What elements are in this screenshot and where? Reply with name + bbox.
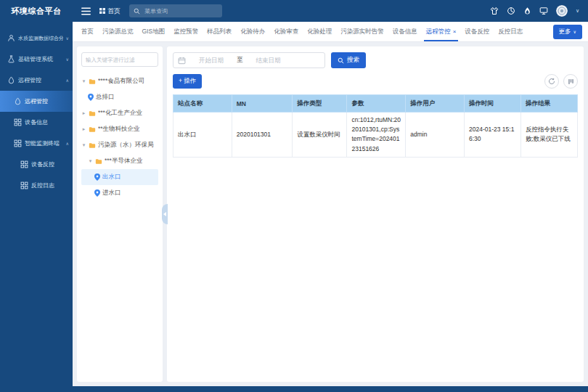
pie-chart-icon[interactable] <box>507 7 515 15</box>
menu-search-input[interactable] <box>143 7 218 15</box>
sidebar-item-remote-control[interactable]: 远程管控 <box>0 91 73 112</box>
tab-pollution-overview[interactable]: 污染源总览 <box>98 22 138 41</box>
chevron-down-icon: ∨ <box>66 36 69 41</box>
close-icon[interactable]: × <box>453 28 457 35</box>
caret-expanded-icon[interactable]: ▾ <box>81 142 86 148</box>
cell-params: cn:1012,rtuMN:2020101301,cp:SystemTime=2… <box>347 113 406 158</box>
tree-node-label: 污染源（水）环保局 <box>98 141 154 150</box>
table-tools <box>544 74 578 89</box>
folder-icon <box>89 78 96 85</box>
flame-icon[interactable] <box>523 7 531 15</box>
search-button[interactable]: 搜索 <box>331 52 366 68</box>
tree-node-chemical-company[interactable]: ▸ ***化工生产企业 <box>81 105 158 121</box>
location-pin-icon <box>94 173 100 181</box>
tab-device-reverse-control[interactable]: 设备反控 <box>460 22 494 41</box>
tree-node-main-outlet[interactable]: 总排口 <box>81 89 158 105</box>
cell-time: 2024-01-23 15:16:30 <box>464 113 520 158</box>
tab-realtime-alarm[interactable]: 污染源实时告警 <box>336 22 388 41</box>
sidebar-item-water-analysis[interactable]: 水质监测数据综合分析 ∨ <box>0 28 73 49</box>
monitor-icon[interactable] <box>539 7 548 15</box>
grid-icon <box>14 139 22 147</box>
site-tree-panel: ▾ ****食品有限公司 总排口 ▸ <box>77 46 163 382</box>
search-button-label: 搜索 <box>347 56 359 65</box>
col-header-site: 站点名称 <box>173 95 232 113</box>
sidebar-item-reverse-control-log[interactable]: 反控日志 <box>0 175 73 196</box>
sidebar-item-base-management[interactable]: 基础管理系统 ∨ <box>0 49 73 70</box>
caret-collapsed-icon[interactable]: ▸ <box>81 110 86 116</box>
avatar[interactable] <box>556 5 568 17</box>
date-range-picker[interactable]: 至 <box>173 52 325 68</box>
breadcrumb-home[interactable]: 首页 <box>99 7 121 16</box>
sidebar-menu: 水质监测数据综合分析 ∨ 基础管理系统 ∨ 远程管控 ∧ <box>0 22 73 196</box>
cell-result: 反控指令执行失败;数采仪已下线 <box>520 113 577 158</box>
column-settings-button[interactable] <box>563 74 578 89</box>
tab-home[interactable]: 首页 <box>77 22 98 41</box>
sidebar-item-device-reverse-control[interactable]: 设备反控 <box>0 154 73 175</box>
hamburger-menu-icon[interactable] <box>81 7 91 15</box>
chevron-down-icon[interactable]: ∨ <box>576 8 579 14</box>
site-tree: ▾ ****食品有限公司 总排口 ▸ <box>81 73 158 201</box>
chevron-up-icon: ∧ <box>66 78 69 83</box>
tree-filter-input[interactable] <box>81 52 158 67</box>
bottom-strip <box>73 386 588 392</box>
tree-node-label: 总排口 <box>96 93 115 102</box>
table-header-row: 站点名称 MN 操作类型 参数 操作用户 操作时间 操作结果 <box>173 95 578 113</box>
sidebar-item-smart-terminal[interactable]: 智能监测终端 ∧ <box>0 133 73 154</box>
cell-site: 出水口 <box>173 113 232 158</box>
date-range-separator: 至 <box>237 56 243 65</box>
caret-collapsed-icon[interactable]: ▸ <box>81 126 86 132</box>
tree-node-food-company[interactable]: ▾ ****食品有限公司 <box>81 73 158 89</box>
folder-icon <box>95 158 102 165</box>
col-header-user: 操作用户 <box>406 95 465 113</box>
caret-expanded-icon[interactable]: ▾ <box>88 158 93 164</box>
tab-lab-review[interactable]: 化验审查 <box>269 22 303 41</box>
more-tabs-button[interactable]: 更多 ∨ <box>553 25 582 39</box>
sidebar-item-label: 远程管控 <box>18 76 63 84</box>
col-header-params: 参数 <box>347 95 406 113</box>
tree-node-biotech-company[interactable]: ▸ **生物科技企业 <box>81 121 158 137</box>
refresh-button[interactable] <box>544 74 559 89</box>
operate-button[interactable]: + 操作 <box>173 74 202 89</box>
breadcrumb-home-label: 首页 <box>107 7 121 16</box>
tabs-strip: 首页 污染源总览 GIS地图 监控预警 样品列表 化验待办 化验审查 化验处理 … <box>77 22 549 41</box>
tab-reverse-control-log[interactable]: 反控日志 <box>494 22 527 41</box>
search-icon <box>134 8 140 15</box>
tab-lab-process[interactable]: 化验处理 <box>303 22 336 41</box>
tree-node-outlet[interactable]: 出水口 <box>81 169 158 185</box>
chevron-left-icon <box>163 212 166 216</box>
tab-sample-list[interactable]: 样品列表 <box>203 22 236 41</box>
tab-lab-todo[interactable]: 化验待办 <box>236 22 269 41</box>
collapse-tree-handle[interactable] <box>162 204 168 224</box>
menu-search-box[interactable] <box>129 4 222 17</box>
tab-gis-map[interactable]: GIS地图 <box>138 22 170 41</box>
tree-node-label: ***化工生产企业 <box>98 109 142 118</box>
grid-icon <box>20 160 28 168</box>
operation-log-panel: 至 搜索 + 操作 <box>167 46 584 382</box>
chevron-down-icon: ∨ <box>573 29 576 34</box>
tab-device-info[interactable]: 设备信息 <box>388 22 422 41</box>
calendar-icon <box>178 57 186 65</box>
start-date-input[interactable] <box>189 56 234 65</box>
home-grid-icon <box>99 8 105 14</box>
sidebar-item-device-info[interactable]: 设备信息 <box>0 112 73 133</box>
caret-expanded-icon[interactable]: ▾ <box>81 78 86 84</box>
sidebar-item-remote-control-group[interactable]: 远程管控 ∧ <box>0 70 73 91</box>
tree-node-semiconductor-company[interactable]: ▾ ***半导体企业 <box>81 153 158 169</box>
tree-node-inlet[interactable]: 进水口 <box>81 185 158 201</box>
chevron-down-icon: ∨ <box>66 57 69 62</box>
tree-node-env-bureau[interactable]: ▾ 污染源（水）环保局 <box>81 137 158 153</box>
sidebar-item-label: 设备反控 <box>31 160 69 168</box>
col-header-result: 操作结果 <box>520 95 577 113</box>
end-date-input[interactable] <box>246 56 291 65</box>
tab-monitor-warning[interactable]: 监控预警 <box>169 22 203 41</box>
grid-icon <box>20 181 28 189</box>
tab-remote-control[interactable]: 远程管控 × <box>422 22 461 41</box>
content-area: ▾ ****食品有限公司 总排口 ▸ <box>73 42 588 386</box>
folder-icon <box>89 110 96 117</box>
flask-icon <box>7 55 15 63</box>
table-row[interactable]: 出水口 2020101301 设置数采仪时间 cn:1012,rtuMN:202… <box>173 113 578 158</box>
col-header-mn: MN <box>232 95 293 113</box>
user-chart-icon <box>7 34 15 42</box>
theme-shirt-icon[interactable] <box>490 7 499 15</box>
col-header-op-type: 操作类型 <box>293 95 347 113</box>
